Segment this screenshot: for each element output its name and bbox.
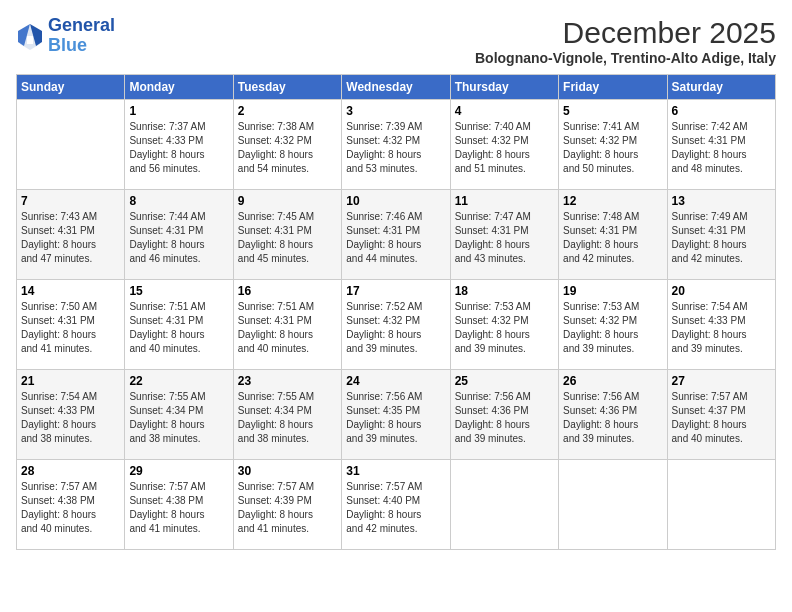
week-row-5: 28Sunrise: 7:57 AM Sunset: 4:38 PM Dayli…	[17, 460, 776, 550]
day-info: Sunrise: 7:51 AM Sunset: 4:31 PM Dayligh…	[129, 300, 228, 356]
location-subtitle: Bolognano-Vignole, Trentino-Alto Adige, …	[475, 50, 776, 66]
day-info: Sunrise: 7:48 AM Sunset: 4:31 PM Dayligh…	[563, 210, 662, 266]
calendar-cell: 1Sunrise: 7:37 AM Sunset: 4:33 PM Daylig…	[125, 100, 233, 190]
weekday-header-wednesday: Wednesday	[342, 75, 450, 100]
calendar-cell: 30Sunrise: 7:57 AM Sunset: 4:39 PM Dayli…	[233, 460, 341, 550]
calendar-cell: 29Sunrise: 7:57 AM Sunset: 4:38 PM Dayli…	[125, 460, 233, 550]
day-number: 9	[238, 194, 337, 208]
calendar-cell: 11Sunrise: 7:47 AM Sunset: 4:31 PM Dayli…	[450, 190, 558, 280]
day-info: Sunrise: 7:57 AM Sunset: 4:38 PM Dayligh…	[129, 480, 228, 536]
day-number: 13	[672, 194, 771, 208]
day-number: 14	[21, 284, 120, 298]
calendar-cell: 9Sunrise: 7:45 AM Sunset: 4:31 PM Daylig…	[233, 190, 341, 280]
day-number: 27	[672, 374, 771, 388]
day-number: 7	[21, 194, 120, 208]
day-info: Sunrise: 7:53 AM Sunset: 4:32 PM Dayligh…	[563, 300, 662, 356]
calendar-cell	[559, 460, 667, 550]
day-number: 10	[346, 194, 445, 208]
day-number: 21	[21, 374, 120, 388]
day-number: 25	[455, 374, 554, 388]
week-row-2: 7Sunrise: 7:43 AM Sunset: 4:31 PM Daylig…	[17, 190, 776, 280]
svg-rect-4	[27, 36, 33, 44]
title-area: December 2025 Bolognano-Vignole, Trentin…	[475, 16, 776, 66]
day-number: 22	[129, 374, 228, 388]
day-info: Sunrise: 7:43 AM Sunset: 4:31 PM Dayligh…	[21, 210, 120, 266]
day-number: 4	[455, 104, 554, 118]
day-number: 20	[672, 284, 771, 298]
calendar-cell: 12Sunrise: 7:48 AM Sunset: 4:31 PM Dayli…	[559, 190, 667, 280]
day-info: Sunrise: 7:42 AM Sunset: 4:31 PM Dayligh…	[672, 120, 771, 176]
month-title: December 2025	[475, 16, 776, 50]
calendar-cell: 27Sunrise: 7:57 AM Sunset: 4:37 PM Dayli…	[667, 370, 775, 460]
calendar-cell: 6Sunrise: 7:42 AM Sunset: 4:31 PM Daylig…	[667, 100, 775, 190]
week-row-3: 14Sunrise: 7:50 AM Sunset: 4:31 PM Dayli…	[17, 280, 776, 370]
page-header: General Blue December 2025 Bolognano-Vig…	[16, 16, 776, 66]
day-info: Sunrise: 7:49 AM Sunset: 4:31 PM Dayligh…	[672, 210, 771, 266]
week-row-1: 1Sunrise: 7:37 AM Sunset: 4:33 PM Daylig…	[17, 100, 776, 190]
day-info: Sunrise: 7:41 AM Sunset: 4:32 PM Dayligh…	[563, 120, 662, 176]
day-info: Sunrise: 7:56 AM Sunset: 4:36 PM Dayligh…	[455, 390, 554, 446]
day-number: 6	[672, 104, 771, 118]
day-info: Sunrise: 7:55 AM Sunset: 4:34 PM Dayligh…	[238, 390, 337, 446]
day-info: Sunrise: 7:57 AM Sunset: 4:40 PM Dayligh…	[346, 480, 445, 536]
day-info: Sunrise: 7:46 AM Sunset: 4:31 PM Dayligh…	[346, 210, 445, 266]
day-number: 5	[563, 104, 662, 118]
day-number: 30	[238, 464, 337, 478]
day-info: Sunrise: 7:52 AM Sunset: 4:32 PM Dayligh…	[346, 300, 445, 356]
day-info: Sunrise: 7:51 AM Sunset: 4:31 PM Dayligh…	[238, 300, 337, 356]
calendar-cell: 2Sunrise: 7:38 AM Sunset: 4:32 PM Daylig…	[233, 100, 341, 190]
weekday-header-thursday: Thursday	[450, 75, 558, 100]
day-info: Sunrise: 7:45 AM Sunset: 4:31 PM Dayligh…	[238, 210, 337, 266]
calendar-cell: 15Sunrise: 7:51 AM Sunset: 4:31 PM Dayli…	[125, 280, 233, 370]
day-info: Sunrise: 7:39 AM Sunset: 4:32 PM Dayligh…	[346, 120, 445, 176]
day-number: 31	[346, 464, 445, 478]
logo: General Blue	[16, 16, 115, 56]
calendar-cell: 20Sunrise: 7:54 AM Sunset: 4:33 PM Dayli…	[667, 280, 775, 370]
day-number: 17	[346, 284, 445, 298]
day-number: 26	[563, 374, 662, 388]
day-info: Sunrise: 7:37 AM Sunset: 4:33 PM Dayligh…	[129, 120, 228, 176]
day-number: 12	[563, 194, 662, 208]
day-info: Sunrise: 7:54 AM Sunset: 4:33 PM Dayligh…	[21, 390, 120, 446]
day-number: 19	[563, 284, 662, 298]
day-number: 24	[346, 374, 445, 388]
day-number: 29	[129, 464, 228, 478]
calendar-cell: 21Sunrise: 7:54 AM Sunset: 4:33 PM Dayli…	[17, 370, 125, 460]
calendar-cell: 7Sunrise: 7:43 AM Sunset: 4:31 PM Daylig…	[17, 190, 125, 280]
weekday-header-row: SundayMondayTuesdayWednesdayThursdayFrid…	[17, 75, 776, 100]
calendar-cell	[17, 100, 125, 190]
calendar-cell: 16Sunrise: 7:51 AM Sunset: 4:31 PM Dayli…	[233, 280, 341, 370]
day-number: 16	[238, 284, 337, 298]
weekday-header-sunday: Sunday	[17, 75, 125, 100]
day-info: Sunrise: 7:50 AM Sunset: 4:31 PM Dayligh…	[21, 300, 120, 356]
day-number: 3	[346, 104, 445, 118]
day-info: Sunrise: 7:38 AM Sunset: 4:32 PM Dayligh…	[238, 120, 337, 176]
calendar-cell	[450, 460, 558, 550]
day-info: Sunrise: 7:44 AM Sunset: 4:31 PM Dayligh…	[129, 210, 228, 266]
logo-icon	[16, 22, 44, 50]
calendar-cell: 8Sunrise: 7:44 AM Sunset: 4:31 PM Daylig…	[125, 190, 233, 280]
day-info: Sunrise: 7:55 AM Sunset: 4:34 PM Dayligh…	[129, 390, 228, 446]
day-info: Sunrise: 7:56 AM Sunset: 4:35 PM Dayligh…	[346, 390, 445, 446]
weekday-header-tuesday: Tuesday	[233, 75, 341, 100]
day-number: 1	[129, 104, 228, 118]
calendar-cell	[667, 460, 775, 550]
calendar-cell: 22Sunrise: 7:55 AM Sunset: 4:34 PM Dayli…	[125, 370, 233, 460]
day-number: 2	[238, 104, 337, 118]
weekday-header-saturday: Saturday	[667, 75, 775, 100]
calendar-cell: 23Sunrise: 7:55 AM Sunset: 4:34 PM Dayli…	[233, 370, 341, 460]
week-row-4: 21Sunrise: 7:54 AM Sunset: 4:33 PM Dayli…	[17, 370, 776, 460]
day-info: Sunrise: 7:56 AM Sunset: 4:36 PM Dayligh…	[563, 390, 662, 446]
day-info: Sunrise: 7:54 AM Sunset: 4:33 PM Dayligh…	[672, 300, 771, 356]
calendar-cell: 17Sunrise: 7:52 AM Sunset: 4:32 PM Dayli…	[342, 280, 450, 370]
day-number: 18	[455, 284, 554, 298]
calendar-cell: 26Sunrise: 7:56 AM Sunset: 4:36 PM Dayli…	[559, 370, 667, 460]
calendar-cell: 10Sunrise: 7:46 AM Sunset: 4:31 PM Dayli…	[342, 190, 450, 280]
day-info: Sunrise: 7:57 AM Sunset: 4:37 PM Dayligh…	[672, 390, 771, 446]
weekday-header-friday: Friday	[559, 75, 667, 100]
calendar-cell: 31Sunrise: 7:57 AM Sunset: 4:40 PM Dayli…	[342, 460, 450, 550]
day-number: 11	[455, 194, 554, 208]
calendar-cell: 28Sunrise: 7:57 AM Sunset: 4:38 PM Dayli…	[17, 460, 125, 550]
day-info: Sunrise: 7:57 AM Sunset: 4:38 PM Dayligh…	[21, 480, 120, 536]
day-info: Sunrise: 7:53 AM Sunset: 4:32 PM Dayligh…	[455, 300, 554, 356]
